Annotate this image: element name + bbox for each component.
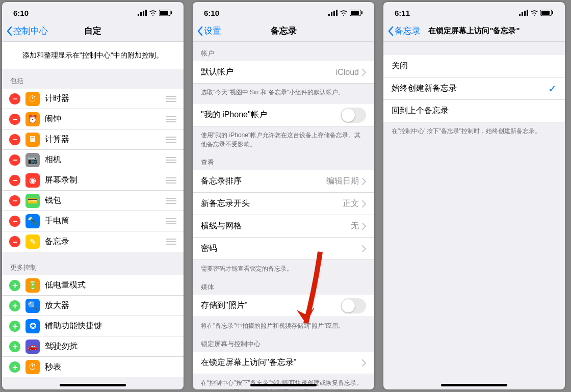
svg-rect-7 [328,14,330,16]
drag-handle-icon[interactable] [166,157,176,163]
home-indicator[interactable] [250,384,317,386]
svg-rect-10 [336,10,338,16]
remove-button[interactable]: － [9,175,20,186]
wifi-icon [340,10,348,16]
screen-access-notes-lockscreen: 6:11 备忘录 在锁定屏幕上访问"备忘录" 关闭 始终创建新备忘录 ✓ 回到上… [383,2,565,389]
cell-default-account[interactable]: 默认帐户 iCloud [193,61,374,84]
chevron-left-icon [6,26,12,36]
list-item[interactable]: － ⏱ 计时器 [2,89,184,109]
option-always-new[interactable]: 始终创建新备忘录 ✓ [383,77,565,100]
section-included: 包括 [2,69,184,89]
remove-button[interactable]: － [9,154,20,166]
drag-handle-icon[interactable] [166,116,176,122]
list-item[interactable]: ＋ 🔍 放大器 [2,296,184,316]
svg-rect-9 [333,11,335,16]
app-icon: 💳 [25,194,40,208]
cell-lines-grid[interactable]: 横线与网格 无 [193,215,374,238]
app-icon: 🔍 [25,299,40,313]
toggle-switch[interactable] [341,108,366,123]
drag-handle-icon[interactable] [166,239,176,245]
back-button[interactable]: 设置 [197,25,221,37]
footer-note: 将在"备忘录"中拍摄的照片和视频存储到"照片"应用。 [193,317,374,337]
list-item[interactable]: － ⏰ 闹钟 [2,109,184,129]
remove-button[interactable]: － [9,93,20,104]
row-label: 相机 [45,154,166,165]
list-item[interactable]: ＋ ✪ 辅助功能快捷键 [2,316,184,336]
svg-rect-17 [527,10,528,16]
chevron-right-icon [362,178,366,185]
status-time: 6:10 [204,9,219,17]
content-scroll[interactable]: 关闭 始终创建新备忘录 ✓ 回到上个备忘录 在"控制中心"按下"备忘录"控制时，… [383,42,565,389]
cell-value: 无 [351,221,359,231]
home-indicator[interactable] [60,384,126,386]
add-button[interactable]: ＋ [9,280,20,291]
drag-handle-icon[interactable] [166,218,176,224]
status-bar: 6:11 [383,2,565,20]
option-label: 关闭 [392,61,557,71]
option-resume-last[interactable]: 回到上个备忘录 [383,100,565,122]
list-item[interactable]: ＋ ⏱ 秒表 [2,357,184,377]
cell-on-my-iphone[interactable]: "我的 iPhone"帐户 [193,104,374,126]
add-button[interactable]: ＋ [9,361,20,373]
remove-button[interactable]: － [9,236,20,247]
row-label: 闹钟 [45,114,166,124]
remove-button[interactable]: － [9,134,20,145]
screen-control-center-customize: 6:10 控制中心 自定 添加和整理显示在"控制中心"中的附加控制。 包括 － … [2,2,184,389]
content-scroll[interactable]: 帐户 默认帐户 iCloud 选取"今天"视图中 Siri 和"备忘录"小组件的… [193,42,374,389]
list-item[interactable]: ＋ 🚗 驾驶勿扰 [2,336,184,357]
row-label: 辅助功能快捷键 [45,321,176,331]
status-icons [519,10,554,16]
remove-button[interactable]: － [9,195,20,206]
list-item[interactable]: － 🖩 计算器 [2,129,184,150]
option-off[interactable]: 关闭 [383,55,565,77]
nav-bar: 控制中心 自定 [2,20,184,42]
signal-icon [519,10,528,16]
list-item[interactable]: － 🔦 手电筒 [2,211,184,231]
list-item[interactable]: － ◉ 屏幕录制 [2,170,184,191]
home-indicator[interactable] [441,384,507,386]
remove-button[interactable]: － [9,216,20,227]
content-scroll[interactable]: 添加和整理显示在"控制中心"中的附加控制。 包括 － ⏱ 计时器 － ⏰ 闹钟 … [2,42,184,389]
cell-value: 正文 [343,198,359,209]
app-icon: 📷 [25,153,40,167]
drag-handle-icon[interactable] [166,96,176,102]
cell-access-on-lockscreen[interactable]: 在锁定屏幕上访问"备忘录" [193,352,374,374]
drag-handle-icon[interactable] [166,198,176,204]
add-button[interactable]: ＋ [9,341,20,352]
add-button[interactable]: ＋ [9,300,20,311]
cell-save-to-photos[interactable]: 存储到"照片" [193,295,374,317]
section-lockscreen: 锁定屏幕与控制中心 [193,337,374,352]
remove-button[interactable]: － [9,114,20,125]
toggle-switch[interactable] [341,298,366,313]
screen-notes-settings: 6:10 设置 备忘录 帐户 默认帐户 iCloud 选取"今天"视图中 Sir… [193,2,374,389]
cell-password[interactable]: 密码 [193,238,374,260]
cell-label: 新备忘录开头 [201,198,343,209]
drag-handle-icon[interactable] [166,137,176,143]
row-label: 放大器 [45,300,176,311]
cell-label: 默认帐户 [201,67,336,77]
back-label: 控制中心 [13,25,48,37]
list-item[interactable]: ＋ 🔋 低电量模式 [2,275,184,296]
list-item[interactable]: － ✎ 备忘录 [2,231,184,252]
back-button[interactable]: 控制中心 [6,25,48,37]
back-button[interactable]: 备忘录 [387,25,421,37]
wifi-icon [149,10,157,16]
status-bar: 6:10 [193,2,374,20]
add-button[interactable]: ＋ [9,321,20,332]
battery-icon [540,10,554,16]
footer-note: 需要密码才能查看锁定的备忘录。 [193,260,374,280]
cell-new-note-start[interactable]: 新备忘录开头 正文 [193,193,374,215]
footer-note: 选取"今天"视图中 Siri 和"备忘录"小组件的默认帐户。 [193,84,374,104]
footer-note: 在"控制中心"按下"备忘录"控制时，始终创建新备忘录。 [383,122,565,143]
chevron-right-icon [362,359,366,367]
row-label: 钱包 [45,195,166,206]
chevron-left-icon [387,26,394,36]
cell-sort[interactable]: 备忘录排序 编辑日期 [193,170,374,193]
list-item[interactable]: － 📷 相机 [2,150,184,170]
list-item[interactable]: － 💳 钱包 [2,191,184,211]
option-label: 回到上个备忘录 [392,106,557,116]
cell-label: 密码 [201,243,362,254]
row-label: 秒表 [45,362,176,373]
drag-handle-icon[interactable] [166,177,176,184]
battery-icon [350,10,363,16]
